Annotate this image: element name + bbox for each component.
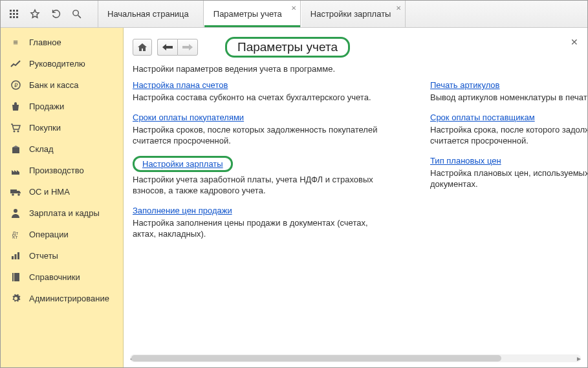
- sidebar-item-label: Руководителю: [29, 59, 85, 69]
- tab-accounting-params[interactable]: Параметры учета ✕: [204, 1, 301, 27]
- sidebar-item-warehouse[interactable]: Склад: [1, 138, 123, 160]
- svg-rect-8: [16, 16, 18, 18]
- person-icon: [10, 208, 21, 218]
- right-column: Печать артикулов Вывод артикулов номенкл…: [430, 80, 587, 249]
- sidebar-item-purchases[interactable]: Покупки: [1, 117, 123, 138]
- sidebar-item-assets[interactable]: ОС и НМА: [1, 181, 123, 202]
- link-salary-settings[interactable]: Настройки зарплаты: [133, 156, 233, 172]
- sidebar: ≡Главное Руководителю ₽Банк и касса Прод…: [1, 28, 124, 367]
- link-customer-payment-terms[interactable]: Сроки оплаты покупателями: [133, 113, 244, 122]
- sidebar-item-salary[interactable]: Зарплата и кадры: [1, 202, 123, 224]
- desc: Настройка заполнения цены продажи в доку…: [133, 217, 391, 240]
- svg-rect-17: [10, 189, 17, 193]
- svg-point-14: [17, 130, 19, 132]
- svg-rect-7: [13, 16, 15, 18]
- sidebar-item-label: Продажи: [29, 102, 64, 111]
- sidebar-item-label: Операции: [29, 230, 69, 239]
- section-salary-settings: Настройки зарплаты Настройки учета зараб…: [133, 156, 391, 197]
- left-column: Настройка плана счетов Настройка состава…: [133, 80, 391, 249]
- sidebar-item-label: Зарплата и кадры: [29, 208, 100, 218]
- page-intro: Настройки параметров ведения учета в про…: [133, 64, 587, 74]
- sidebar-item-main[interactable]: ≡Главное: [1, 32, 123, 53]
- box-icon: [10, 145, 21, 154]
- factory-icon: [10, 166, 21, 175]
- svg-rect-27: [14, 273, 14, 281]
- sidebar-item-admin[interactable]: Администрирование: [1, 288, 123, 309]
- horizontal-scrollbar[interactable]: ◄ ►: [130, 354, 581, 362]
- desc: Настройка плановых цен, используемых в п…: [430, 168, 587, 190]
- section-print-sku: Печать артикулов Вывод артикулов номенкл…: [430, 80, 587, 103]
- scroll-right-icon[interactable]: ►: [576, 354, 582, 362]
- tab-home[interactable]: Начальная страница: [98, 1, 204, 27]
- svg-point-9: [72, 10, 78, 16]
- sidebar-item-operations[interactable]: ДтКтОперации: [1, 224, 123, 245]
- svg-text:Кт: Кт: [12, 234, 18, 239]
- sidebar-item-label: ОС и НМА: [29, 187, 70, 197]
- sidebar-item-bank[interactable]: ₽Банк и касса: [1, 74, 123, 96]
- section-sales-prices: Заполнение цен продажи Настройка заполне…: [133, 206, 391, 240]
- sidebar-item-sales[interactable]: Продажи: [1, 96, 123, 117]
- book-icon: [10, 272, 21, 282]
- gear-icon: [10, 294, 21, 303]
- svg-marker-16: [12, 146, 19, 147]
- sidebar-item-label: Банк и касса: [29, 80, 79, 90]
- desc: Вывод артикулов номенклатуры в печатных: [430, 92, 587, 103]
- svg-rect-3: [10, 13, 12, 15]
- close-icon[interactable]: ✕: [396, 5, 401, 12]
- svg-rect-15: [12, 147, 19, 153]
- svg-rect-25: [17, 252, 19, 259]
- link-print-sku[interactable]: Печать артикулов: [430, 80, 500, 90]
- svg-line-10: [78, 16, 80, 18]
- content: ✕ Параметры учета Настройки параметров в…: [124, 28, 587, 367]
- tab-label: Начальная страница: [107, 9, 189, 19]
- apps-icon[interactable]: [8, 8, 20, 20]
- svg-point-20: [14, 209, 17, 213]
- tab-salary-settings[interactable]: Настройки зарплаты ✕: [301, 1, 406, 27]
- tabs: Начальная страница Параметры учета ✕ Нас…: [98, 1, 406, 27]
- tab-label: Параметры учета: [213, 9, 282, 19]
- history-icon[interactable]: [50, 8, 61, 20]
- sidebar-item-references[interactable]: Справочники: [1, 266, 123, 288]
- desc: Настройка срока, после которого задолжен…: [430, 124, 587, 147]
- search-icon[interactable]: [71, 8, 82, 20]
- svg-rect-24: [15, 254, 17, 259]
- scrollbar-thumb[interactable]: [131, 355, 501, 362]
- back-button[interactable]: [157, 39, 177, 56]
- svg-rect-6: [10, 16, 12, 18]
- link-plan-price-type[interactable]: Тип плановых цен: [430, 156, 501, 166]
- star-icon[interactable]: [29, 8, 41, 20]
- cart-icon: [10, 124, 21, 133]
- svg-text:₽: ₽: [14, 82, 17, 89]
- sidebar-item-label: Администрирование: [29, 294, 109, 303]
- svg-rect-4: [13, 13, 15, 15]
- sidebar-item-production[interactable]: Производство: [1, 160, 123, 181]
- svg-rect-0: [10, 10, 12, 12]
- topbar: Начальная страница Параметры учета ✕ Нас…: [1, 1, 587, 28]
- svg-rect-26: [12, 273, 19, 281]
- close-icon[interactable]: ✕: [291, 5, 296, 12]
- svg-point-13: [14, 130, 16, 132]
- sidebar-item-label: Отчеты: [29, 251, 58, 261]
- ruble-icon: ₽: [10, 80, 21, 90]
- forward-button[interactable]: [177, 39, 198, 56]
- link-chart-of-accounts[interactable]: Настройка плана счетов: [133, 80, 228, 90]
- page-title: Параметры учета: [225, 37, 350, 58]
- menu-icon: ≡: [10, 38, 21, 47]
- sidebar-item-manager[interactable]: Руководителю: [1, 53, 123, 74]
- topbar-tools: [1, 1, 98, 27]
- sidebar-item-label: Справочники: [29, 272, 80, 282]
- section-supplier-terms: Срок оплаты поставщикам Настройка срока,…: [430, 113, 587, 147]
- link-supplier-payment-terms[interactable]: Срок оплаты поставщикам: [430, 113, 535, 122]
- link-fill-sales-prices[interactable]: Заполнение цен продажи: [133, 206, 232, 215]
- truck-icon: [10, 188, 21, 196]
- home-button[interactable]: [133, 39, 152, 56]
- desc: Настройки учета заработной платы, учета …: [133, 174, 391, 197]
- close-page-button[interactable]: ✕: [571, 37, 578, 47]
- section-plan: Настройка плана счетов Настройка состава…: [133, 80, 391, 103]
- sidebar-item-reports[interactable]: Отчеты: [1, 245, 123, 266]
- chart-icon: [10, 252, 21, 260]
- svg-point-18: [12, 193, 14, 196]
- section-plan-prices: Тип плановых цен Настройка плановых цен,…: [430, 156, 587, 190]
- svg-rect-5: [16, 13, 18, 15]
- toolbar: Параметры учета: [133, 37, 587, 58]
